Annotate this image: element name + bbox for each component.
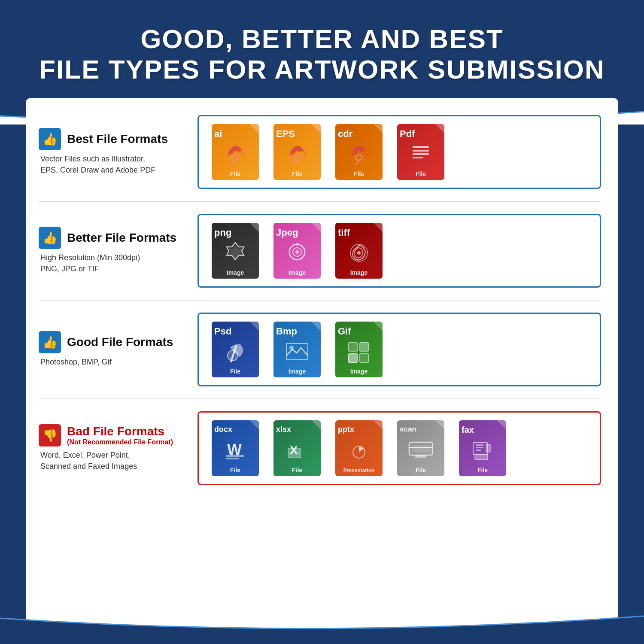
svg-point-2 <box>294 155 301 160</box>
better-files: png Image Jpeg <box>197 214 601 288</box>
main-container: GOOD, BETTER AND BEST FILE TYPES FOR ART… <box>0 0 644 644</box>
svg-rect-43 <box>476 447 483 448</box>
svg-rect-8 <box>413 153 429 155</box>
file-docx: docx W File <box>207 420 263 476</box>
svg-rect-36 <box>412 445 430 453</box>
better-label: 👍 Better File Formats High Resolution (M… <box>39 227 197 274</box>
svg-point-14 <box>295 250 299 254</box>
file-fax: fax File <box>455 420 510 476</box>
file-tiff: tiff Image <box>331 223 387 279</box>
svg-rect-6 <box>413 146 429 148</box>
svg-rect-28 <box>226 458 239 459</box>
svg-rect-42 <box>476 444 483 446</box>
file-psd: Psd File <box>207 322 263 377</box>
content-area: 👍 Best File Formats Vector Files such as… <box>26 98 618 644</box>
file-eps: EPS File <box>269 124 325 180</box>
better-title: Better File Formats <box>67 231 176 245</box>
svg-rect-30 <box>288 448 294 453</box>
file-pptx: pptx Presentation <box>331 420 387 476</box>
better-row: 👍 Better File Formats High Resolution (M… <box>39 214 601 288</box>
svg-rect-33 <box>295 453 301 458</box>
file-gif: Gif Image <box>331 322 387 377</box>
svg-rect-7 <box>413 150 429 152</box>
svg-point-0 <box>232 155 239 160</box>
file-bmp: Bmp Image <box>269 322 325 377</box>
svg-rect-9 <box>413 157 423 158</box>
better-desc: High Resolution (Min 300dpi)PNG, JPG or … <box>39 252 185 274</box>
bad-files: docx W File xlsx <box>197 411 601 485</box>
file-jpeg: Jpeg Image <box>269 223 325 279</box>
best-title: Best File Formats <box>67 132 168 146</box>
best-label: 👍 Best File Formats Vector Files such as… <box>39 128 197 175</box>
bad-label: 👎 Bad File Formats (Not Recommended File… <box>39 424 197 471</box>
best-desc: Vector Files such as Illustrator,EPS, Co… <box>39 154 185 175</box>
svg-rect-27 <box>226 455 244 457</box>
file-pdf: Pdf File <box>393 124 449 180</box>
svg-line-3 <box>294 160 297 164</box>
bad-title: Bad File Formats <box>67 425 173 438</box>
best-row: 👍 Best File Formats Vector Files such as… <box>39 115 601 189</box>
file-png: png Image <box>207 223 263 279</box>
thumbs-down-bad: 👎 <box>39 424 61 447</box>
page-title: GOOD, BETTER AND BEST FILE TYPES FOR ART… <box>26 24 618 85</box>
svg-rect-25 <box>360 354 368 362</box>
svg-rect-22 <box>349 343 357 351</box>
svg-point-4 <box>355 155 362 160</box>
svg-rect-24 <box>349 354 357 362</box>
good-row: 👍 Good File Formats Photoshop, BMP, Gif … <box>39 313 601 386</box>
svg-rect-31 <box>295 448 301 453</box>
bad-row: 👎 Bad File Formats (Not Recommended File… <box>39 411 601 485</box>
file-scan: scan File <box>393 420 449 476</box>
bad-desc: Word, Excel, Power Point,Scanned and Fax… <box>39 450 185 471</box>
svg-rect-23 <box>360 343 368 351</box>
good-label: 👍 Good File Formats Photoshop, BMP, Gif <box>39 331 197 368</box>
header: GOOD, BETTER AND BEST FILE TYPES FOR ART… <box>0 0 644 98</box>
good-title: Good File Formats <box>67 335 173 349</box>
file-xlsx: xlsx X File <box>269 420 325 476</box>
thumbs-up-best: 👍 <box>39 128 61 150</box>
good-desc: Photoshop, BMP, Gif <box>39 357 185 368</box>
svg-line-5 <box>356 160 359 164</box>
good-files: Psd File Bmp <box>197 313 601 386</box>
file-ai: ai File <box>207 124 263 180</box>
svg-rect-40 <box>475 455 488 460</box>
file-cdr: cdr File <box>331 124 387 180</box>
svg-rect-38 <box>415 455 426 458</box>
svg-rect-32 <box>288 453 294 458</box>
thumbs-up-good: 👍 <box>39 331 61 353</box>
svg-line-1 <box>232 160 235 164</box>
bad-subtitle: (Not Recommended File Format) <box>67 438 173 446</box>
thumbs-up-better: 👍 <box>39 227 61 249</box>
svg-rect-41 <box>486 444 490 452</box>
svg-rect-44 <box>476 450 481 451</box>
best-files: ai File EPS <box>197 115 601 189</box>
svg-point-21 <box>289 346 294 350</box>
svg-point-17 <box>357 251 361 255</box>
